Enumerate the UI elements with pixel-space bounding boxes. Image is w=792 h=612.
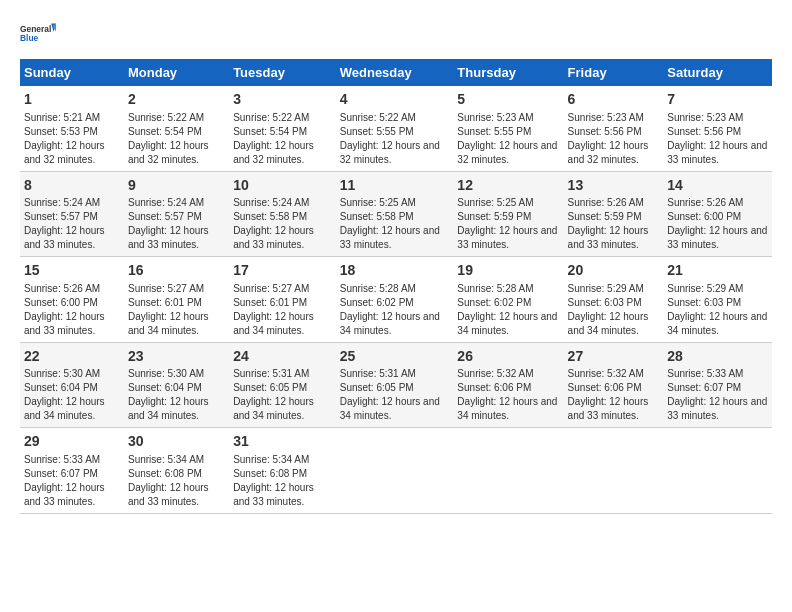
cell-1-4: 4Sunrise: 5:22 AMSunset: 5:55 PMDaylight… [336,86,454,171]
day-number: 5 [457,90,559,110]
sunset: Sunset: 6:07 PM [24,467,120,481]
week-row-1: 1Sunrise: 5:21 AMSunset: 5:53 PMDaylight… [20,86,772,171]
sunrise: Sunrise: 5:27 AM [128,282,225,296]
daylight-label: Daylight: 12 hours and 33 minutes. [667,139,768,167]
cell-5-7 [663,428,772,514]
sunset: Sunset: 5:55 PM [340,125,450,139]
day-number: 22 [24,347,120,367]
daylight-label: Daylight: 12 hours and 34 minutes. [667,310,768,338]
day-number: 20 [568,261,660,281]
col-header-thursday: Thursday [453,59,563,86]
col-header-sunday: Sunday [20,59,124,86]
day-number: 25 [340,347,450,367]
sunset: Sunset: 6:06 PM [457,381,559,395]
cell-3-3: 17Sunrise: 5:27 AMSunset: 6:01 PMDayligh… [229,257,336,343]
day-number: 18 [340,261,450,281]
sunset: Sunset: 6:03 PM [568,296,660,310]
week-row-4: 22Sunrise: 5:30 AMSunset: 6:04 PMDayligh… [20,342,772,428]
day-number: 11 [340,176,450,196]
day-number: 9 [128,176,225,196]
logo: General Blue [20,15,56,51]
svg-text:Blue: Blue [20,33,39,43]
col-header-monday: Monday [124,59,229,86]
day-number: 26 [457,347,559,367]
cell-2-5: 12Sunrise: 5:25 AMSunset: 5:59 PMDayligh… [453,171,563,257]
week-row-5: 29Sunrise: 5:33 AMSunset: 6:07 PMDayligh… [20,428,772,514]
day-number: 8 [24,176,120,196]
sunrise: Sunrise: 5:26 AM [568,196,660,210]
sunrise: Sunrise: 5:23 AM [667,111,768,125]
sunset: Sunset: 6:01 PM [233,296,332,310]
sunset: Sunset: 6:08 PM [233,467,332,481]
sunset: Sunset: 6:00 PM [24,296,120,310]
sunset: Sunset: 5:58 PM [340,210,450,224]
sunrise: Sunrise: 5:34 AM [233,453,332,467]
sunrise: Sunrise: 5:23 AM [568,111,660,125]
cell-1-3: 3Sunrise: 5:22 AMSunset: 5:54 PMDaylight… [229,86,336,171]
cell-5-2: 30Sunrise: 5:34 AMSunset: 6:08 PMDayligh… [124,428,229,514]
day-number: 17 [233,261,332,281]
cell-2-7: 14Sunrise: 5:26 AMSunset: 6:00 PMDayligh… [663,171,772,257]
daylight-label: Daylight: 12 hours and 33 minutes. [667,224,768,252]
sunset: Sunset: 6:04 PM [128,381,225,395]
cell-4-2: 23Sunrise: 5:30 AMSunset: 6:04 PMDayligh… [124,342,229,428]
sunset: Sunset: 6:02 PM [340,296,450,310]
cell-1-7: 7Sunrise: 5:23 AMSunset: 5:56 PMDaylight… [663,86,772,171]
sunrise: Sunrise: 5:33 AM [667,367,768,381]
header: General Blue [20,15,772,51]
sunrise: Sunrise: 5:30 AM [24,367,120,381]
cell-5-5 [453,428,563,514]
daylight-label: Daylight: 12 hours and 33 minutes. [457,224,559,252]
cell-1-5: 5Sunrise: 5:23 AMSunset: 5:55 PMDaylight… [453,86,563,171]
day-number: 2 [128,90,225,110]
day-number: 1 [24,90,120,110]
cell-5-6 [564,428,664,514]
daylight-label: Daylight: 12 hours and 32 minutes. [128,139,225,167]
day-number: 14 [667,176,768,196]
daylight-label: Daylight: 12 hours and 33 minutes. [568,224,660,252]
cell-4-5: 26Sunrise: 5:32 AMSunset: 6:06 PMDayligh… [453,342,563,428]
daylight-label: Daylight: 12 hours and 32 minutes. [457,139,559,167]
sunrise: Sunrise: 5:22 AM [128,111,225,125]
sunrise: Sunrise: 5:22 AM [233,111,332,125]
daylight-label: Daylight: 12 hours and 33 minutes. [24,310,120,338]
col-header-wednesday: Wednesday [336,59,454,86]
sunset: Sunset: 6:08 PM [128,467,225,481]
sunset: Sunset: 5:55 PM [457,125,559,139]
sunset: Sunset: 5:54 PM [128,125,225,139]
day-number: 23 [128,347,225,367]
daylight-label: Daylight: 12 hours and 34 minutes. [24,395,120,423]
sunrise: Sunrise: 5:32 AM [568,367,660,381]
cell-2-4: 11Sunrise: 5:25 AMSunset: 5:58 PMDayligh… [336,171,454,257]
daylight-label: Daylight: 12 hours and 34 minutes. [340,395,450,423]
sunset: Sunset: 5:56 PM [568,125,660,139]
daylight-label: Daylight: 12 hours and 34 minutes. [233,395,332,423]
cell-2-3: 10Sunrise: 5:24 AMSunset: 5:58 PMDayligh… [229,171,336,257]
sunrise: Sunrise: 5:24 AM [24,196,120,210]
sunset: Sunset: 5:57 PM [24,210,120,224]
daylight-label: Daylight: 12 hours and 34 minutes. [457,395,559,423]
cell-1-2: 2Sunrise: 5:22 AMSunset: 5:54 PMDaylight… [124,86,229,171]
day-number: 24 [233,347,332,367]
sunset: Sunset: 5:53 PM [24,125,120,139]
sunset: Sunset: 6:00 PM [667,210,768,224]
daylight-label: Daylight: 12 hours and 33 minutes. [128,224,225,252]
day-number: 4 [340,90,450,110]
sunset: Sunset: 6:03 PM [667,296,768,310]
cell-4-1: 22Sunrise: 5:30 AMSunset: 6:04 PMDayligh… [20,342,124,428]
cell-5-3: 31Sunrise: 5:34 AMSunset: 6:08 PMDayligh… [229,428,336,514]
daylight-label: Daylight: 12 hours and 34 minutes. [340,310,450,338]
sunset: Sunset: 6:04 PM [24,381,120,395]
col-header-saturday: Saturday [663,59,772,86]
daylight-label: Daylight: 12 hours and 32 minutes. [568,139,660,167]
page-container: General Blue SundayMondayTuesdayWednesda… [0,0,792,524]
daylight-label: Daylight: 12 hours and 33 minutes. [568,395,660,423]
week-row-2: 8Sunrise: 5:24 AMSunset: 5:57 PMDaylight… [20,171,772,257]
daylight-label: Daylight: 12 hours and 33 minutes. [24,481,120,509]
cell-5-1: 29Sunrise: 5:33 AMSunset: 6:07 PMDayligh… [20,428,124,514]
sunrise: Sunrise: 5:22 AM [340,111,450,125]
sunset: Sunset: 6:01 PM [128,296,225,310]
daylight-label: Daylight: 12 hours and 34 minutes. [457,310,559,338]
sunrise: Sunrise: 5:25 AM [457,196,559,210]
daylight-label: Daylight: 12 hours and 34 minutes. [128,310,225,338]
